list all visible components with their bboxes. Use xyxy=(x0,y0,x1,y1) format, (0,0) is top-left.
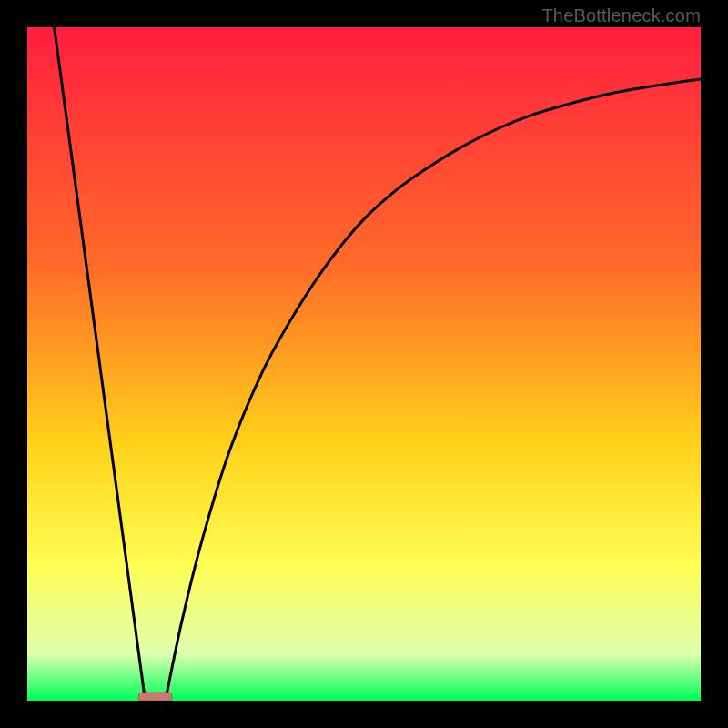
gradient-background xyxy=(27,27,701,701)
plot-svg xyxy=(27,27,701,701)
plot-frame xyxy=(27,27,701,701)
chart-stage: TheBottleneck.com xyxy=(0,0,728,728)
watermark-text: TheBottleneck.com xyxy=(541,5,701,26)
valley-marker xyxy=(138,693,172,701)
